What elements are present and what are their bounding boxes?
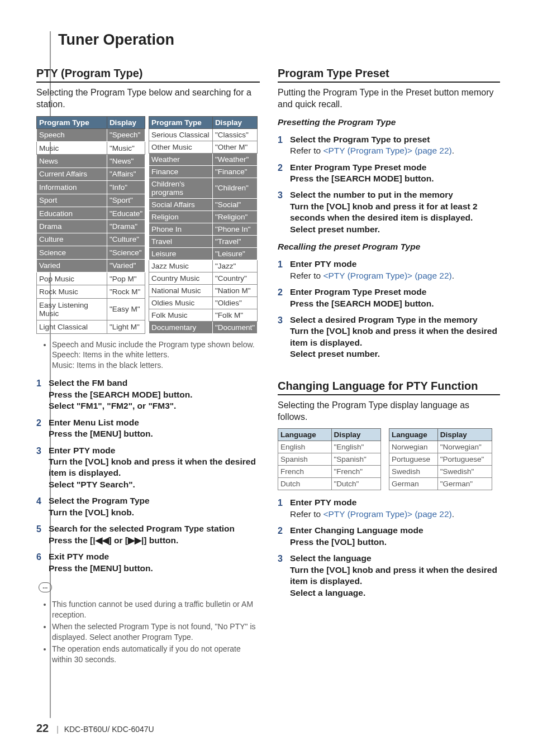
table-row: Serious Classical"Classics" — [149, 128, 258, 141]
footer-model: KDC-BT60U/ KDC-6047U — [64, 725, 154, 734]
page-footer: 22 | KDC-BT60U/ KDC-6047U — [36, 722, 154, 735]
table-row: Dutch"Dutch" — [278, 478, 381, 490]
step-title: Enter Changing Language mode — [290, 525, 423, 535]
pt-name: Education — [37, 207, 107, 219]
step-number: 1 — [36, 377, 41, 389]
language-intro: Selecting the Program Type display langu… — [278, 400, 500, 423]
step-number: 6 — [36, 551, 41, 563]
step-title: Enter PTY mode — [49, 446, 115, 455]
step-number: 4 — [36, 495, 41, 507]
step-title: Select the FM band — [49, 378, 127, 387]
table-row: Children's programs"Children" — [149, 178, 258, 198]
section-language: Changing Language for PTY Function — [278, 380, 500, 395]
step-number: 1 — [278, 134, 283, 146]
pt-name: Varied — [37, 259, 107, 272]
left-column: PTY (Program Type) Selecting the Program… — [36, 63, 260, 666]
pt-display: "Document" — [212, 321, 257, 333]
program-type-table-left: Program Type Display Speech"Speech"Music… — [36, 116, 145, 334]
preset-steps: 1Select the Program Type to presetRefer … — [278, 134, 500, 236]
pt-display: "Speech" — [107, 128, 145, 141]
lang-col-display: Display — [331, 429, 380, 441]
pt-display: "Other M" — [212, 141, 257, 153]
table-row: English"English" — [278, 441, 381, 453]
lang-name: Portuguese — [389, 453, 438, 466]
table-row: Phone In"Phone In" — [149, 223, 258, 235]
step-number: 1 — [278, 259, 283, 270]
step-text: Refer to <PTY (Program Type)> (page 22). — [290, 509, 500, 520]
step-text: Press the [|◀◀] or [▶▶|] button. — [49, 535, 260, 546]
lang-col-display: Display — [437, 429, 492, 441]
table-row: French"French" — [278, 466, 381, 478]
table-row: Documentary"Document" — [149, 321, 258, 333]
pt-col-name: Program Type — [37, 116, 107, 128]
step-title: Enter Program Type Preset mode — [290, 287, 426, 296]
table-row: Jazz Music"Jazz" — [149, 260, 258, 272]
step-number: 5 — [36, 523, 41, 535]
lang-name: German — [389, 478, 438, 490]
page-number: 22 — [36, 722, 49, 734]
step-text: Turn the [VOL] knob and press it when th… — [290, 564, 500, 587]
step-title: Search for the selected Program Type sta… — [49, 524, 235, 533]
step-item: 3Select the number to put in the memoryT… — [278, 189, 500, 235]
table-row: Finance"Finance" — [149, 165, 258, 178]
pt-name: Other Music — [149, 141, 213, 153]
pt-name: Oldies Music — [149, 296, 213, 309]
step-title: Enter Program Type Preset mode — [290, 162, 426, 172]
program-type-tables: Program Type Display Speech"Speech"Music… — [36, 116, 260, 334]
table-row: Swedish"Swedish" — [389, 466, 492, 478]
table-row: Pop Music"Pop M" — [37, 272, 145, 285]
footer-sep: | — [56, 725, 59, 734]
pty-steps: 1Select the FM bandPress the [SEARCH MOD… — [36, 377, 260, 574]
pt-display: "Classics" — [212, 128, 257, 141]
step-item: 1Select the FM bandPress the [SEARCH MOD… — [36, 377, 260, 412]
step-title: Select the Program Type — [49, 496, 150, 505]
table-row: Portuguese"Portuguese" — [389, 453, 492, 466]
lang-display: "Portuguese" — [437, 453, 492, 466]
pt-display: "Leisure" — [212, 247, 257, 260]
right-column: Program Type Preset Putting the Program … — [278, 63, 500, 666]
step-text: Press the [SEARCH MODE] button. — [290, 298, 500, 309]
cross-ref-link[interactable]: <PTY (Program Type)> (page 22) — [323, 146, 451, 155]
section-pty: PTY (Program Type) — [36, 67, 260, 83]
lang-name: Norwegian — [389, 441, 438, 453]
cross-ref-link[interactable]: <PTY (Program Type)> (page 22) — [323, 271, 451, 280]
step-text: Press the [SEARCH MODE] button. — [49, 389, 260, 400]
step-title: Select the Program Type to preset — [290, 135, 430, 144]
table-row: Information"Info" — [37, 181, 145, 194]
note-item: When the selected Program Type is not fo… — [52, 621, 260, 643]
pt-name: Serious Classical — [149, 128, 213, 141]
step-number: 2 — [278, 162, 283, 174]
pt-display: "Drama" — [107, 220, 145, 233]
step-title: Enter Menu List mode — [49, 418, 139, 427]
step-title: Enter PTY mode — [290, 497, 356, 507]
content-columns: PTY (Program Type) Selecting the Program… — [36, 63, 500, 666]
pt-display: "Religion" — [212, 210, 257, 223]
step-number: 1 — [278, 497, 283, 509]
pt-display: "Travel" — [212, 235, 257, 247]
cross-ref-link[interactable]: <PTY (Program Type)> (page 22) — [323, 509, 451, 519]
step-text: Turn the [VOL] knob. — [49, 507, 260, 518]
step-item: 3Enter PTY modeTurn the [VOL] knob and p… — [36, 445, 260, 491]
pt-name: Music — [37, 141, 107, 154]
step-item: 1Enter PTY modeRefer to <PTY (Program Ty… — [278, 497, 500, 520]
lang-name: Spanish — [278, 453, 332, 466]
pt-display: "Children" — [212, 178, 257, 198]
pt-display: "Sport" — [107, 194, 145, 207]
language-tables: Language Display English"English"Spanish… — [278, 428, 500, 490]
pty-intro: Selecting the Program Type below and sea… — [36, 87, 260, 111]
note-item: The operation ends automatically if you … — [52, 644, 260, 665]
pt-name: Social Affairs — [149, 198, 213, 210]
table-row: Science"Science" — [37, 246, 145, 259]
step-text: Turn the [VOL] knob and press it when th… — [49, 456, 260, 479]
preset-intro: Putting the Program Type in the Preset b… — [278, 87, 500, 111]
step-item: 3Select a desired Program Type in the me… — [278, 314, 500, 360]
step-title: Select the language — [290, 553, 372, 563]
step-item: 2Enter Program Type Preset modePress the… — [278, 162, 500, 185]
table-row: Weather"Weather" — [149, 153, 258, 165]
pt-name: Culture — [37, 233, 107, 246]
pt-name: Finance — [149, 165, 213, 178]
pt-name: Rock Music — [37, 285, 107, 298]
step-number: 3 — [278, 314, 283, 326]
pt-name: Leisure — [149, 247, 213, 260]
pt-display: "Affairs" — [107, 168, 145, 180]
